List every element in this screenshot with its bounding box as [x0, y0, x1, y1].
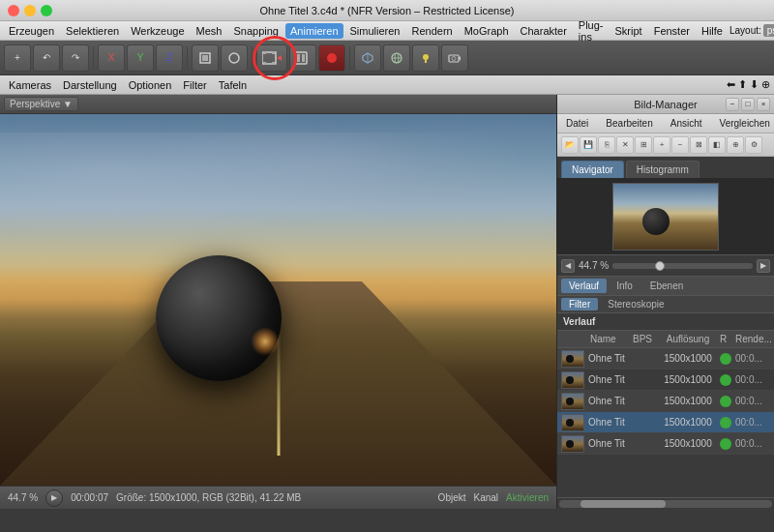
play-button[interactable]: ▶: [45, 489, 63, 507]
tab-verlauf[interactable]: Verlauf: [561, 279, 607, 293]
zoom-slider-track[interactable]: [612, 263, 753, 269]
close-button[interactable]: [8, 5, 19, 16]
sub-tab-stereoskopie[interactable]: Stereoskopie: [600, 298, 671, 310]
toolbar-tafeln[interactable]: Tafeln: [214, 77, 252, 93]
history-row[interactable]: Ohne Titel 3 * 1500x1000 00:0...: [557, 391, 774, 412]
tab-histogramm[interactable]: Histogramm: [626, 161, 700, 178]
zoom-right-arrow[interactable]: ▶: [757, 259, 770, 273]
status-right: Objekt Kanal Aktivieren: [438, 492, 549, 503]
bm-copy-icon[interactable]: ⎘: [598, 136, 615, 154]
zoom-slider-thumb[interactable]: [655, 261, 665, 271]
camera-button[interactable]: [441, 44, 468, 72]
toolbar-kameras[interactable]: Kameras: [4, 77, 56, 93]
mode-object[interactable]: [192, 44, 219, 72]
menu-snapping[interactable]: Snapping: [228, 23, 283, 39]
add-view[interactable]: ⊕: [761, 78, 770, 91]
bm-channels-icon[interactable]: ◧: [708, 136, 726, 154]
tab-navigator[interactable]: Navigator: [561, 161, 624, 178]
bm-zoom-out-icon[interactable]: −: [671, 136, 689, 154]
bm-fit-icon[interactable]: ⊠: [690, 136, 707, 154]
record-button[interactable]: [318, 44, 345, 72]
scroll-thumb[interactable]: [580, 500, 666, 508]
sphere-button[interactable]: [383, 44, 410, 72]
bm-menu-ansicht[interactable]: Ansicht: [666, 116, 707, 131]
add-button[interactable]: +: [4, 44, 31, 72]
bm-icon-toolbar: 📂 💾 ⎘ ✕ ⊞ + − ⊠ ◧ ⊕ ⚙: [557, 133, 774, 157]
zoom-value: 44.7 %: [579, 260, 609, 271]
row-time: 00:0...: [735, 417, 770, 428]
maximize-button[interactable]: [41, 5, 52, 16]
row-status-dot: [720, 438, 731, 450]
tab-info[interactable]: Info: [609, 279, 640, 293]
perspective-selector[interactable]: Perspektive ▼: [4, 97, 78, 111]
col-header-time: Rende...: [735, 334, 770, 344]
z-constraint[interactable]: Z: [156, 44, 183, 72]
toolbar-optionen[interactable]: Optionen: [124, 77, 177, 93]
menu-rendern[interactable]: Rendern: [406, 23, 457, 39]
separator-4: [349, 46, 350, 70]
toolbar-filter[interactable]: Filter: [178, 77, 211, 93]
svg-rect-4: [263, 51, 266, 54]
bm-region-icon[interactable]: ⊕: [727, 136, 744, 154]
light-button[interactable]: [412, 44, 439, 72]
svg-point-2: [229, 53, 239, 63]
menu-skript[interactable]: Skript: [610, 23, 647, 39]
bm-menu-vergleichen[interactable]: Vergleichen: [715, 116, 774, 131]
history-table-header: Name BPS Auflösung R Rende...: [557, 331, 774, 348]
bild-manager-menu: Datei Bearbeiten Ansicht Vergleichen Ani…: [557, 114, 774, 133]
bm-menu-datei[interactable]: Datei: [561, 116, 593, 131]
film-button[interactable]: [256, 44, 287, 72]
bm-menu-bearbeiten[interactable]: Bearbeiten: [601, 116, 657, 131]
bm-expand[interactable]: □: [741, 98, 755, 111]
row-time: 00:0...: [735, 353, 770, 364]
history-row[interactable]: Ohne Titel 3 * 1500x1000 00:0...: [557, 348, 774, 369]
bm-compare-icon[interactable]: ⊞: [635, 136, 652, 154]
keyframe-button[interactable]: [289, 44, 316, 72]
history-table[interactable]: Name BPS Auflösung R Rende... Ohne Titel…: [557, 331, 774, 497]
mode-points[interactable]: [221, 44, 248, 72]
menu-mesh[interactable]: Mesh: [192, 23, 227, 39]
row-res: 1500x1000: [660, 353, 716, 364]
menu-simulieren[interactable]: Simulieren: [345, 23, 405, 39]
scroll-track[interactable]: [559, 500, 772, 508]
bm-save-icon[interactable]: 💾: [580, 136, 597, 154]
cube-button[interactable]: [354, 44, 381, 72]
arrow-left[interactable]: ⬅: [727, 78, 735, 91]
bm-zoom-in-icon[interactable]: +: [653, 136, 670, 154]
menu-hilfe[interactable]: Hilfe: [697, 23, 728, 39]
menu-erzeugen[interactable]: Erzeugen: [4, 23, 59, 39]
bm-open-icon[interactable]: 📂: [561, 136, 579, 154]
zoom-left-arrow[interactable]: ◀: [561, 259, 575, 273]
tab-ebenen[interactable]: Ebenen: [642, 279, 691, 293]
menu-charakter[interactable]: Charakter: [516, 23, 572, 39]
3d-viewport[interactable]: [0, 114, 556, 486]
row-time: 00:0...: [735, 396, 770, 406]
bm-settings-icon[interactable]: ⚙: [745, 136, 762, 154]
menu-fenster[interactable]: Fenster: [649, 23, 695, 39]
bm-close[interactable]: ×: [757, 98, 770, 111]
menu-animieren[interactable]: Animieren: [285, 23, 343, 39]
y-constraint[interactable]: Y: [127, 44, 154, 72]
aktivieren-label[interactable]: Aktivieren: [506, 492, 549, 503]
menu-selektieren[interactable]: Selektieren: [61, 23, 124, 39]
svg-point-17: [423, 54, 429, 60]
arrow-down[interactable]: ⬇: [750, 78, 759, 91]
bild-manager-panel: Bild-Manager − □ × Datei Bearbeiten Ansi…: [556, 95, 774, 509]
sub-tab-filter[interactable]: Filter: [561, 298, 598, 310]
bm-minimize[interactable]: −: [726, 98, 739, 111]
layout-value[interactable]: psd_R14: [763, 24, 774, 37]
history-row-selected[interactable]: Ohne Titel 3 * 1500x1000 00:0...: [557, 412, 774, 433]
toolbar-darstellung[interactable]: Darstellung: [58, 77, 122, 93]
horizontal-scrollbar[interactable]: [557, 497, 774, 509]
bm-delete-icon[interactable]: ✕: [616, 136, 634, 154]
menu-werkzeuge[interactable]: Werkzeuge: [126, 23, 189, 39]
row-name: Ohne Titel 3 *: [588, 374, 625, 385]
x-constraint[interactable]: X: [98, 44, 125, 72]
redo-button[interactable]: ↷: [62, 44, 89, 72]
history-row[interactable]: Ohne Titel 3 * 1500x1000 00:0...: [557, 433, 774, 455]
arrow-up[interactable]: ⬆: [738, 78, 747, 91]
history-row[interactable]: Ohne Titel 3 * 1500x1000 00:0...: [557, 369, 774, 391]
minimize-button[interactable]: [24, 5, 36, 16]
undo-button[interactable]: ↶: [33, 44, 60, 72]
menu-mograph[interactable]: MoGraph: [460, 23, 514, 39]
